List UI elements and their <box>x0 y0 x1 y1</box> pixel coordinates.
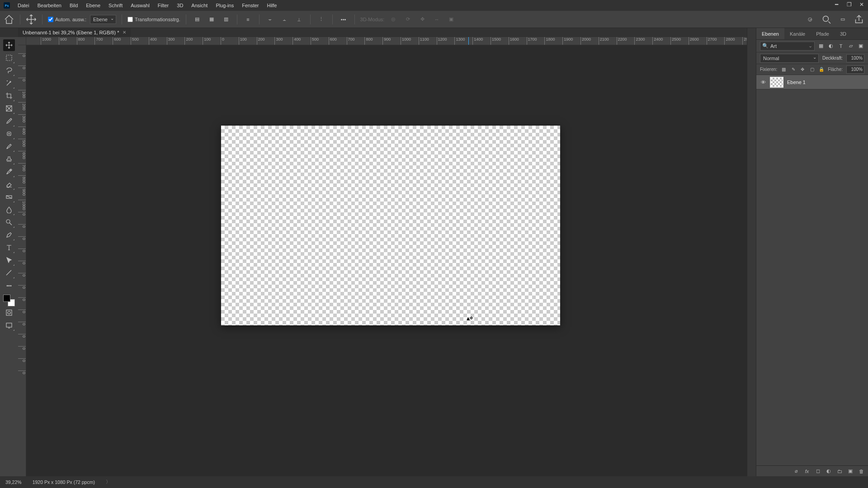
menu-bild[interactable]: Bild <box>66 0 82 11</box>
tool-stamp[interactable] <box>3 153 15 165</box>
opacity-input[interactable] <box>846 54 864 62</box>
canvas-viewport[interactable]: ▴✥ <box>26 45 747 476</box>
tool-quickmask[interactable] <box>3 307 15 319</box>
align-right-button[interactable]: ▥ <box>221 14 231 25</box>
window-minimize-button[interactable]: ━ <box>833 1 840 8</box>
move-tool-icon[interactable] <box>26 14 37 25</box>
tool-eyedropper[interactable] <box>3 115 15 127</box>
workspace-icon[interactable]: ▭ <box>837 14 848 25</box>
tool-marquee[interactable] <box>3 52 15 64</box>
transform-controls-checkbox[interactable]: Transformationsstrg. <box>127 17 180 22</box>
adjustment-layer-icon[interactable]: ◐ <box>826 468 832 474</box>
share-icon[interactable] <box>854 14 864 25</box>
menu-plug-ins[interactable]: Plug-ins <box>212 0 238 11</box>
home-button[interactable] <box>4 14 14 25</box>
new-layer-icon[interactable]: ▣ <box>847 468 854 474</box>
tool-screenmode[interactable] <box>3 319 15 331</box>
tool-healing[interactable] <box>3 128 15 140</box>
lock-all-icon[interactable]: 🔒 <box>818 66 824 73</box>
window-maximize-button[interactable]: ❐ <box>845 1 853 8</box>
filter-type-icon[interactable]: T <box>837 42 844 50</box>
panel-tab-3d[interactable]: 3D <box>835 28 852 39</box>
blend-mode-select[interactable]: Normal <box>760 54 819 63</box>
document-tab[interactable]: Unbenannt-1 bei 39,2% (Ebene 1, RGB/8) *… <box>18 28 131 37</box>
menu-filter[interactable]: Filter <box>154 0 173 11</box>
tool-history-brush[interactable] <box>3 166 15 178</box>
color-swatches[interactable] <box>3 295 15 306</box>
tool-eraser[interactable] <box>3 178 15 190</box>
more-align-button[interactable]: ••• <box>338 14 349 25</box>
lock-pixels-icon[interactable]: ▩ <box>781 66 787 73</box>
align-left-button[interactable]: ▤ <box>192 14 203 25</box>
distribute-v-button[interactable]: ⋮ <box>316 14 327 25</box>
cloud-docs-icon[interactable]: ◶ <box>805 14 816 25</box>
tool-frame[interactable] <box>3 103 15 114</box>
auto-select-checkbox[interactable]: Autom. ausw.: <box>48 17 86 22</box>
filter-shape-icon[interactable]: ▱ <box>847 42 854 50</box>
status-flyout-icon[interactable]: 〉 <box>106 479 111 485</box>
tool-brush[interactable] <box>3 141 15 152</box>
3d-orbit-icon: ◎ <box>388 14 399 25</box>
ruler-vertical[interactable]: 0001002003004005006007008009001000000000… <box>18 45 26 476</box>
fill-input[interactable] <box>846 66 864 74</box>
menu-auswahl[interactable]: Auswahl <box>127 0 154 11</box>
menu-bearbeiten[interactable]: Bearbeiten <box>33 0 66 11</box>
delete-layer-icon[interactable]: 🗑 <box>858 468 864 474</box>
menu-fenster[interactable]: Fenster <box>238 0 263 11</box>
filter-adjust-icon[interactable]: ◐ <box>827 42 835 50</box>
group-icon[interactable]: 🗀 <box>836 468 843 474</box>
layer-name-label[interactable]: Ebene 1 <box>787 80 806 85</box>
layer-mask-icon[interactable]: ◻ <box>815 468 821 474</box>
tool-move[interactable] <box>3 39 15 51</box>
ruler-tick: 2100 <box>599 37 609 45</box>
layer-thumbnail[interactable] <box>770 77 783 88</box>
window-close-button[interactable]: ✕ <box>858 1 865 8</box>
panel-tab-ebenen[interactable]: Ebenen <box>756 28 784 39</box>
align-bottom-button[interactable]: ⟂ <box>294 14 305 25</box>
tool-crop[interactable] <box>3 90 15 102</box>
panel-tab-pfade[interactable]: Pfade <box>811 28 835 39</box>
tool-dodge[interactable] <box>3 216 15 228</box>
tool-lasso[interactable] <box>3 65 15 76</box>
menu-hilfe[interactable]: Hilfe <box>263 0 281 11</box>
link-layers-icon[interactable]: ⌀ <box>793 468 799 474</box>
close-tab-icon[interactable]: ✕ <box>123 28 126 37</box>
auto-select-target-select[interactable]: Ebene <box>90 15 116 24</box>
tool-gradient[interactable] <box>3 191 15 203</box>
menu-3d[interactable]: 3D <box>173 0 187 11</box>
filter-smart-icon[interactable]: ▣ <box>857 42 864 50</box>
panel-tab-kanäle[interactable]: Kanäle <box>784 28 811 39</box>
ruler-horizontal[interactable]: 1000900800700600500400300200100010020030… <box>26 37 747 45</box>
menu-ansicht[interactable]: Ansicht <box>187 0 212 11</box>
foreground-color-swatch[interactable] <box>3 295 10 302</box>
tool-type[interactable] <box>3 242 15 253</box>
lock-paint-icon[interactable]: ✎ <box>790 66 796 73</box>
align-center-h-button[interactable]: ▦ <box>206 14 217 25</box>
tool-pen[interactable] <box>3 229 15 241</box>
layer-visibility-icon[interactable]: 👁 <box>760 79 766 85</box>
lock-artboard-icon[interactable]: ▢ <box>809 66 815 73</box>
search-icon[interactable] <box>821 14 832 25</box>
tool-more[interactable]: ••• <box>3 280 15 291</box>
canvas[interactable] <box>221 126 560 325</box>
filter-pixel-icon[interactable]: ▦ <box>817 42 825 50</box>
distribute-button[interactable]: ≡ <box>243 14 254 25</box>
layer-row[interactable]: 👁Ebene 1 <box>756 75 868 89</box>
menu-datei[interactable]: Datei <box>14 0 33 11</box>
tool-wand[interactable] <box>3 77 15 89</box>
layer-filter-type[interactable]: 🔍 Art ⌄ <box>760 42 815 51</box>
collapsed-dock[interactable] <box>747 28 756 476</box>
ruler-origin[interactable] <box>18 37 26 45</box>
menu-schrift[interactable]: Schrift <box>104 0 127 11</box>
layer-fx-icon[interactable]: fx <box>804 468 810 474</box>
align-center-v-button[interactable]: ⫠ <box>279 14 290 25</box>
status-zoom[interactable]: 39,22% <box>5 479 22 485</box>
lock-position-icon[interactable]: ✥ <box>800 66 806 73</box>
tool-path-select[interactable] <box>3 254 15 266</box>
align-top-button[interactable]: ⫟ <box>265 14 276 25</box>
ruler-tick: 2400 <box>652 37 663 45</box>
menu-ebene[interactable]: Ebene <box>82 0 104 11</box>
tool-shape[interactable] <box>3 267 15 279</box>
tool-blur[interactable] <box>3 204 15 216</box>
status-dims[interactable]: 1920 Px x 1080 Px (72 ppcm) <box>33 479 95 485</box>
